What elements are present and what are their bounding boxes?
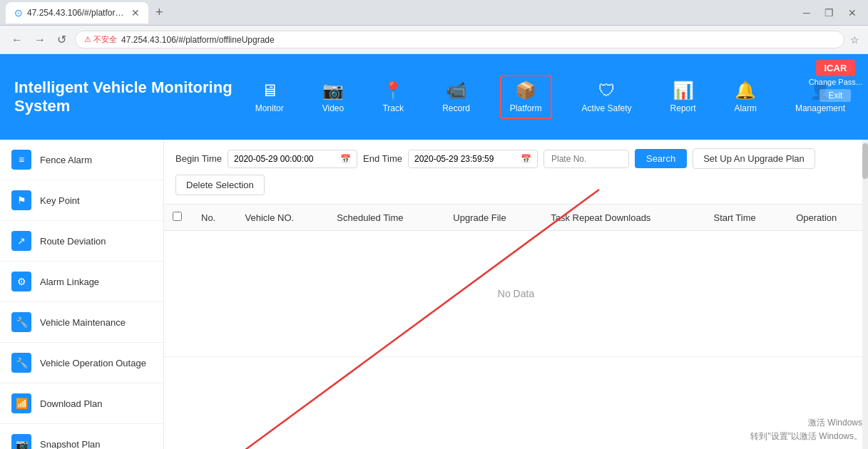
- sidebar-item-alarm-linkage[interactable]: ⚙ Alarm Linkage: [0, 262, 163, 302]
- record-icon: 📹: [446, 81, 467, 100]
- col-operation: Operation: [787, 205, 868, 231]
- browser-tab-bar: ⊙ 47.254.43.106/#/platform/offl... ✕ + ─…: [0, 0, 868, 26]
- track-label: Track: [382, 103, 404, 113]
- toolbar: Begin Time 📅 End Time 📅 Search Set Up An…: [164, 140, 868, 205]
- bookmark-icon[interactable]: ☆: [850, 34, 859, 46]
- nav-video[interactable]: 📷 Video: [314, 75, 352, 119]
- maximize-btn[interactable]: ❐: [819, 4, 839, 21]
- nav-alarm[interactable]: 🔔 Alarm: [726, 75, 765, 119]
- begin-time-input[interactable]: 📅: [228, 150, 357, 168]
- alarm-linkage-label: Alarm Linkage: [40, 277, 99, 287]
- end-time-field[interactable]: [414, 154, 518, 164]
- report-label: Report: [670, 103, 696, 113]
- end-time-input[interactable]: 📅: [408, 150, 538, 168]
- activate-line2: 转到"设置"以激活 Windows。: [750, 430, 862, 443]
- col-vehicle-no: Vehicle NO.: [237, 205, 329, 231]
- app-header: Intelligent Vehicle Monitoring System 🖥 …: [0, 54, 868, 140]
- minimize-btn[interactable]: ─: [797, 4, 816, 21]
- forward-btn[interactable]: →: [31, 31, 48, 49]
- sidebar: ≡ Fence Alarm ⚑ Key Point ↗ Route Deviat…: [0, 140, 164, 449]
- route-deviation-label: Route Deviation: [40, 236, 106, 247]
- table-container: No. Vehicle NO. Scheduled Time Upgrade F…: [164, 205, 868, 449]
- end-time-label: End Time: [363, 153, 402, 164]
- active-safety-icon: 🛡: [598, 81, 616, 100]
- nav-platform[interactable]: 📦 Platform: [500, 75, 552, 119]
- begin-cal-icon: 📅: [340, 154, 351, 164]
- key-point-label: Key Point: [40, 195, 80, 206]
- close-btn[interactable]: ✕: [842, 4, 862, 21]
- nav-track[interactable]: 📍 Track: [374, 75, 412, 119]
- search-btn[interactable]: Search: [635, 149, 687, 168]
- vehicle-operation-outage-label: Vehicle Operation Outage: [40, 358, 146, 368]
- snapshot-plan-icon: 📷: [11, 434, 31, 449]
- sidebar-item-fence-alarm[interactable]: ≡ Fence Alarm: [0, 140, 163, 180]
- change-pass-btn[interactable]: Change Pass...: [809, 78, 862, 86]
- main-layout: ≡ Fence Alarm ⚑ Key Point ↗ Route Deviat…: [0, 140, 868, 449]
- scrollbar-track[interactable]: [862, 140, 868, 449]
- alarm-label: Alarm: [735, 103, 757, 113]
- security-warning: ⚠ 不安全: [84, 34, 117, 45]
- select-all-checkbox[interactable]: [173, 212, 182, 221]
- fence-alarm-label: Fence Alarm: [40, 155, 92, 165]
- begin-time-field[interactable]: [234, 154, 337, 164]
- setup-upgrade-btn[interactable]: Set Up An Upgrade Plan: [693, 148, 815, 169]
- route-deviation-icon: ↗: [11, 231, 31, 251]
- col-task-repeat: Task Repeat Downloads: [542, 205, 705, 231]
- plate-input[interactable]: [543, 150, 629, 168]
- col-checkbox[interactable]: [164, 205, 193, 231]
- col-upgrade-file: Upgrade File: [444, 205, 542, 231]
- vehicle-maintenance-label: Vehicle Maintenance: [40, 317, 126, 328]
- end-cal-icon: 📅: [521, 154, 531, 164]
- user-area: ICAR Change Pass... Exit: [809, 60, 862, 102]
- record-label: Record: [442, 103, 470, 113]
- col-scheduled-time: Scheduled Time: [328, 205, 444, 231]
- sidebar-item-vehicle-operation-outage[interactable]: 🔧 Vehicle Operation Outage: [0, 343, 163, 383]
- windows-activation: 激活 Windows 转到"设置"以激活 Windows。: [750, 416, 862, 443]
- url-text: 47.254.43.106/#/platform/offlineUpgrade: [121, 35, 275, 45]
- scrollbar-thumb[interactable]: [862, 143, 868, 179]
- platform-icon: 📦: [515, 81, 536, 100]
- track-icon: 📍: [382, 81, 404, 100]
- nav-icons: 🖥 Monitor 📷 Video 📍 Track 📹 Record 📦 Pla…: [247, 75, 854, 119]
- col-no: No.: [193, 205, 237, 231]
- nav-record[interactable]: 📹 Record: [434, 75, 479, 119]
- nav-report[interactable]: 📊 Report: [662, 75, 705, 119]
- monitor-icon: 🖥: [261, 81, 278, 100]
- sidebar-item-snapshot-plan[interactable]: 📷 Snapshot Plan: [0, 424, 163, 449]
- no-data-text: No Data: [498, 288, 534, 299]
- app-logo: Intelligent Vehicle Monitoring System: [14, 78, 247, 115]
- delete-selection-btn[interactable]: Delete Selection: [175, 175, 265, 195]
- address-bar[interactable]: ⚠ 不安全 47.254.43.106/#/platform/offlineUp…: [75, 31, 844, 48]
- vehicle-operation-outage-icon: 🔧: [11, 353, 31, 373]
- fence-alarm-icon: ≡: [11, 150, 31, 170]
- report-icon: 📊: [673, 81, 694, 100]
- download-plan-icon: 📶: [11, 393, 31, 413]
- data-table: No. Vehicle NO. Scheduled Time Upgrade F…: [164, 205, 868, 357]
- tab-title: 47.254.43.106/#/platform/offl...: [27, 8, 127, 18]
- active-safety-label: Active Safety: [582, 103, 632, 113]
- nav-active-safety[interactable]: 🛡 Active Safety: [573, 75, 640, 119]
- vehicle-maintenance-icon: 🔧: [11, 312, 31, 332]
- activate-line1: 激活 Windows: [750, 416, 862, 430]
- sidebar-item-download-plan[interactable]: 📶 Download Plan: [0, 383, 163, 424]
- snapshot-plan-label: Snapshot Plan: [40, 439, 101, 450]
- user-badge: ICAR: [816, 60, 856, 76]
- nav-monitor[interactable]: 🖥 Monitor: [247, 75, 292, 119]
- new-tab-btn[interactable]: +: [151, 4, 168, 21]
- exit-btn[interactable]: Exit: [820, 89, 851, 102]
- browser-controls: ← → ↺ ⚠ 不安全 47.254.43.106/#/platform/off…: [0, 26, 868, 54]
- video-icon: 📷: [322, 81, 344, 100]
- sidebar-item-vehicle-maintenance[interactable]: 🔧 Vehicle Maintenance: [0, 302, 163, 343]
- sidebar-item-key-point[interactable]: ⚑ Key Point: [0, 180, 163, 221]
- col-start-time: Start Time: [705, 205, 787, 231]
- tab-close-btn[interactable]: ✕: [131, 7, 140, 19]
- platform-label: Platform: [510, 103, 542, 113]
- alarm-icon: 🔔: [735, 81, 756, 100]
- sidebar-item-route-deviation[interactable]: ↗ Route Deviation: [0, 221, 163, 262]
- reload-btn[interactable]: ↺: [54, 30, 69, 49]
- active-tab[interactable]: ⊙ 47.254.43.106/#/platform/offl... ✕: [6, 2, 148, 24]
- begin-time-label: Begin Time: [175, 153, 222, 164]
- alarm-linkage-icon: ⚙: [11, 272, 31, 291]
- back-btn[interactable]: ←: [9, 31, 26, 49]
- download-plan-label: Download Plan: [40, 398, 102, 409]
